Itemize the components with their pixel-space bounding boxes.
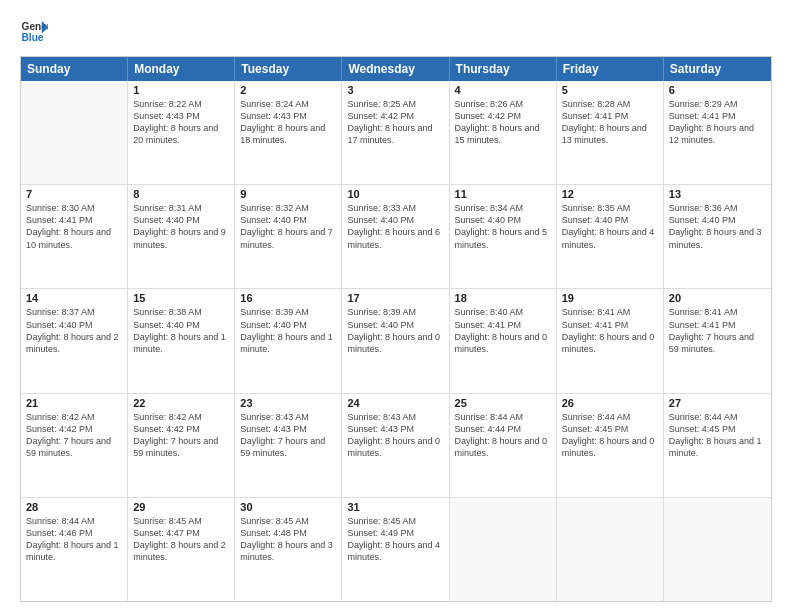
week-row-4: 21Sunrise: 8:42 AMSunset: 4:42 PMDayligh… (21, 393, 771, 497)
week-row-1: 1Sunrise: 8:22 AMSunset: 4:43 PMDaylight… (21, 81, 771, 184)
cell-info: Sunrise: 8:44 AMSunset: 4:45 PMDaylight:… (669, 411, 766, 460)
day-number: 19 (562, 292, 658, 304)
logo-icon: General Blue (20, 18, 48, 46)
cell-info: Sunrise: 8:30 AMSunset: 4:41 PMDaylight:… (26, 202, 122, 251)
cal-cell: 28Sunrise: 8:44 AMSunset: 4:46 PMDayligh… (21, 498, 128, 601)
cal-cell: 9Sunrise: 8:32 AMSunset: 4:40 PMDaylight… (235, 185, 342, 288)
cal-cell: 13Sunrise: 8:36 AMSunset: 4:40 PMDayligh… (664, 185, 771, 288)
cell-info: Sunrise: 8:41 AMSunset: 4:41 PMDaylight:… (562, 306, 658, 355)
calendar-body: 1Sunrise: 8:22 AMSunset: 4:43 PMDaylight… (21, 81, 771, 601)
cal-cell (664, 498, 771, 601)
day-number: 7 (26, 188, 122, 200)
day-number: 6 (669, 84, 766, 96)
cal-cell: 4Sunrise: 8:26 AMSunset: 4:42 PMDaylight… (450, 81, 557, 184)
cell-info: Sunrise: 8:34 AMSunset: 4:40 PMDaylight:… (455, 202, 551, 251)
cell-info: Sunrise: 8:42 AMSunset: 4:42 PMDaylight:… (26, 411, 122, 460)
day-number: 15 (133, 292, 229, 304)
cal-cell: 2Sunrise: 8:24 AMSunset: 4:43 PMDaylight… (235, 81, 342, 184)
cal-cell: 19Sunrise: 8:41 AMSunset: 4:41 PMDayligh… (557, 289, 664, 392)
day-number: 16 (240, 292, 336, 304)
cal-cell (450, 498, 557, 601)
cal-cell: 10Sunrise: 8:33 AMSunset: 4:40 PMDayligh… (342, 185, 449, 288)
header-day-friday: Friday (557, 57, 664, 81)
cell-info: Sunrise: 8:44 AMSunset: 4:45 PMDaylight:… (562, 411, 658, 460)
day-number: 14 (26, 292, 122, 304)
cal-cell: 29Sunrise: 8:45 AMSunset: 4:47 PMDayligh… (128, 498, 235, 601)
cell-info: Sunrise: 8:29 AMSunset: 4:41 PMDaylight:… (669, 98, 766, 147)
cell-info: Sunrise: 8:44 AMSunset: 4:46 PMDaylight:… (26, 515, 122, 564)
cell-info: Sunrise: 8:42 AMSunset: 4:42 PMDaylight:… (133, 411, 229, 460)
day-number: 30 (240, 501, 336, 513)
cal-cell: 20Sunrise: 8:41 AMSunset: 4:41 PMDayligh… (664, 289, 771, 392)
calendar: SundayMondayTuesdayWednesdayThursdayFrid… (20, 56, 772, 602)
day-number: 5 (562, 84, 658, 96)
cell-info: Sunrise: 8:36 AMSunset: 4:40 PMDaylight:… (669, 202, 766, 251)
cell-info: Sunrise: 8:41 AMSunset: 4:41 PMDaylight:… (669, 306, 766, 355)
cal-cell: 24Sunrise: 8:43 AMSunset: 4:43 PMDayligh… (342, 394, 449, 497)
day-number: 27 (669, 397, 766, 409)
week-row-2: 7Sunrise: 8:30 AMSunset: 4:41 PMDaylight… (21, 184, 771, 288)
header-day-thursday: Thursday (450, 57, 557, 81)
cell-info: Sunrise: 8:45 AMSunset: 4:49 PMDaylight:… (347, 515, 443, 564)
cal-cell: 11Sunrise: 8:34 AMSunset: 4:40 PMDayligh… (450, 185, 557, 288)
cell-info: Sunrise: 8:24 AMSunset: 4:43 PMDaylight:… (240, 98, 336, 147)
day-number: 12 (562, 188, 658, 200)
day-number: 28 (26, 501, 122, 513)
day-number: 4 (455, 84, 551, 96)
calendar-header: SundayMondayTuesdayWednesdayThursdayFrid… (21, 57, 771, 81)
cal-cell: 12Sunrise: 8:35 AMSunset: 4:40 PMDayligh… (557, 185, 664, 288)
cell-info: Sunrise: 8:38 AMSunset: 4:40 PMDaylight:… (133, 306, 229, 355)
cell-info: Sunrise: 8:25 AMSunset: 4:42 PMDaylight:… (347, 98, 443, 147)
cal-cell: 22Sunrise: 8:42 AMSunset: 4:42 PMDayligh… (128, 394, 235, 497)
header: General Blue (20, 18, 772, 46)
cal-cell: 3Sunrise: 8:25 AMSunset: 4:42 PMDaylight… (342, 81, 449, 184)
cell-info: Sunrise: 8:35 AMSunset: 4:40 PMDaylight:… (562, 202, 658, 251)
cell-info: Sunrise: 8:28 AMSunset: 4:41 PMDaylight:… (562, 98, 658, 147)
week-row-3: 14Sunrise: 8:37 AMSunset: 4:40 PMDayligh… (21, 288, 771, 392)
header-day-tuesday: Tuesday (235, 57, 342, 81)
day-number: 23 (240, 397, 336, 409)
header-day-sunday: Sunday (21, 57, 128, 81)
cal-cell: 27Sunrise: 8:44 AMSunset: 4:45 PMDayligh… (664, 394, 771, 497)
day-number: 2 (240, 84, 336, 96)
day-number: 11 (455, 188, 551, 200)
cell-info: Sunrise: 8:39 AMSunset: 4:40 PMDaylight:… (347, 306, 443, 355)
cal-cell: 6Sunrise: 8:29 AMSunset: 4:41 PMDaylight… (664, 81, 771, 184)
day-number: 29 (133, 501, 229, 513)
day-number: 10 (347, 188, 443, 200)
cal-cell: 15Sunrise: 8:38 AMSunset: 4:40 PMDayligh… (128, 289, 235, 392)
cal-cell: 5Sunrise: 8:28 AMSunset: 4:41 PMDaylight… (557, 81, 664, 184)
day-number: 24 (347, 397, 443, 409)
cal-cell (557, 498, 664, 601)
header-day-wednesday: Wednesday (342, 57, 449, 81)
day-number: 18 (455, 292, 551, 304)
svg-text:Blue: Blue (22, 32, 44, 43)
logo: General Blue (20, 18, 48, 46)
day-number: 21 (26, 397, 122, 409)
cal-cell: 16Sunrise: 8:39 AMSunset: 4:40 PMDayligh… (235, 289, 342, 392)
cal-cell: 31Sunrise: 8:45 AMSunset: 4:49 PMDayligh… (342, 498, 449, 601)
cell-info: Sunrise: 8:32 AMSunset: 4:40 PMDaylight:… (240, 202, 336, 251)
day-number: 22 (133, 397, 229, 409)
cal-cell: 30Sunrise: 8:45 AMSunset: 4:48 PMDayligh… (235, 498, 342, 601)
cal-cell: 21Sunrise: 8:42 AMSunset: 4:42 PMDayligh… (21, 394, 128, 497)
cal-cell: 8Sunrise: 8:31 AMSunset: 4:40 PMDaylight… (128, 185, 235, 288)
cell-info: Sunrise: 8:40 AMSunset: 4:41 PMDaylight:… (455, 306, 551, 355)
cell-info: Sunrise: 8:37 AMSunset: 4:40 PMDaylight:… (26, 306, 122, 355)
cell-info: Sunrise: 8:43 AMSunset: 4:43 PMDaylight:… (240, 411, 336, 460)
day-number: 20 (669, 292, 766, 304)
cal-cell: 1Sunrise: 8:22 AMSunset: 4:43 PMDaylight… (128, 81, 235, 184)
cal-cell: 26Sunrise: 8:44 AMSunset: 4:45 PMDayligh… (557, 394, 664, 497)
header-day-saturday: Saturday (664, 57, 771, 81)
day-number: 17 (347, 292, 443, 304)
day-number: 25 (455, 397, 551, 409)
cell-info: Sunrise: 8:26 AMSunset: 4:42 PMDaylight:… (455, 98, 551, 147)
cell-info: Sunrise: 8:31 AMSunset: 4:40 PMDaylight:… (133, 202, 229, 251)
cell-info: Sunrise: 8:45 AMSunset: 4:48 PMDaylight:… (240, 515, 336, 564)
cal-cell: 18Sunrise: 8:40 AMSunset: 4:41 PMDayligh… (450, 289, 557, 392)
cal-cell: 23Sunrise: 8:43 AMSunset: 4:43 PMDayligh… (235, 394, 342, 497)
cell-info: Sunrise: 8:22 AMSunset: 4:43 PMDaylight:… (133, 98, 229, 147)
cell-info: Sunrise: 8:44 AMSunset: 4:44 PMDaylight:… (455, 411, 551, 460)
cal-cell: 25Sunrise: 8:44 AMSunset: 4:44 PMDayligh… (450, 394, 557, 497)
day-number: 26 (562, 397, 658, 409)
